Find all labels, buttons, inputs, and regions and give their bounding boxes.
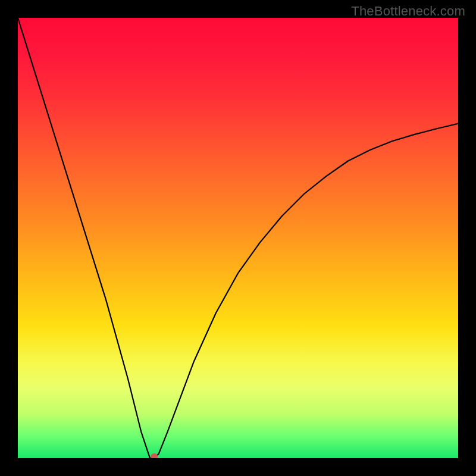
- watermark-text: TheBottleneck.com: [351, 4, 465, 19]
- svg-point-0: [151, 453, 158, 458]
- plot-area: [18, 18, 458, 458]
- chart-stage: TheBottleneck.com: [0, 0, 476, 476]
- optimal-marker: [18, 18, 458, 458]
